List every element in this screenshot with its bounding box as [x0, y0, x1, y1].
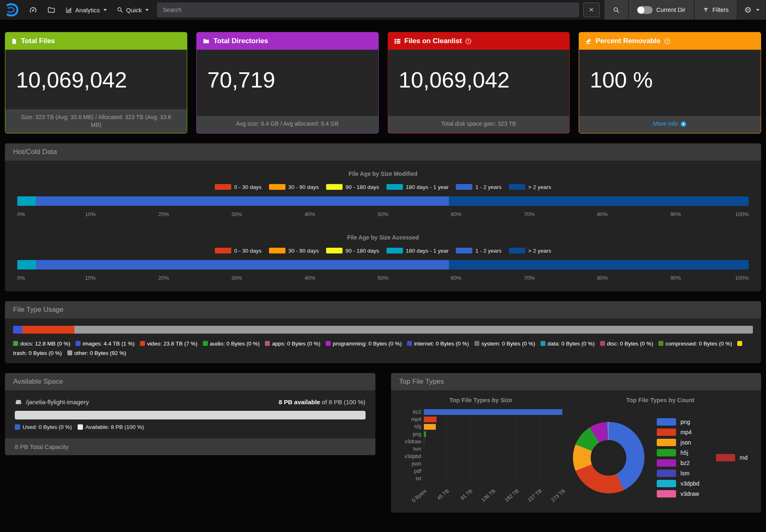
axis-tick-label: 0% [17, 211, 25, 217]
bar-row: lsm [424, 445, 566, 453]
legend-label: Used: 0 Bytes (0 %) [23, 424, 72, 430]
clear-search-button[interactable]: ✕ [583, 2, 600, 17]
legend-label: md [740, 454, 748, 461]
more-info-link[interactable]: More info [653, 120, 687, 128]
legend-swatch [456, 184, 472, 190]
navbar-right-group: ✕ Current Dir Filters ⚙ [583, 0, 766, 20]
usage-legend: docs: 12.8 MB (0 %)images: 4.4 TB (1 %)v… [13, 339, 753, 358]
axis-tick-label: 90% [670, 275, 681, 281]
file-icon [11, 38, 17, 45]
diskover-logo[interactable] [4, 2, 19, 17]
file-browser-folder-icon[interactable] [47, 6, 55, 14]
bar[interactable] [424, 409, 562, 415]
axis-tick-label: 30% [231, 275, 242, 281]
folder-icon [47, 6, 55, 14]
legend-item: internet: 0 Bytes (0 %) [407, 341, 469, 347]
volume-path-label: /janelia-flylight-imagery [26, 398, 89, 405]
search-input[interactable] [157, 2, 579, 17]
legend-swatch [203, 341, 208, 346]
legend-label: v3dpbd [681, 480, 699, 487]
quick-menu[interactable]: Quick [117, 7, 149, 14]
gear-icon: ⚙ [744, 6, 752, 14]
settings-menu[interactable]: ⚙ [737, 0, 766, 20]
legend-label: programming: 0 Bytes (0 %) [333, 341, 402, 347]
legend-swatch [67, 350, 72, 355]
navbar-left-group: Analytics Quick [4, 2, 157, 17]
analytics-menu-label: Analytics [75, 7, 100, 14]
bar[interactable] [424, 439, 424, 444]
legend-swatch [269, 248, 285, 253]
bar[interactable] [424, 431, 426, 437]
legend-swatch [737, 341, 742, 346]
card-title: Total Directories [214, 37, 268, 45]
panel-title: File Type Usage [5, 301, 761, 318]
bar[interactable] [424, 417, 437, 422]
legend-label: 0 - 30 days [234, 248, 262, 254]
stacked-bar[interactable] [17, 196, 749, 206]
bar-area [424, 438, 563, 445]
current-dir-toggle[interactable] [637, 6, 653, 14]
file-age-modified-chart: File Age by Size Modified 0 - 30 days30 … [17, 170, 749, 220]
usage-stacked-bar[interactable] [13, 326, 753, 334]
more-info-label: More info [653, 120, 678, 128]
bar-segment [449, 260, 749, 269]
legend-label: 1 - 2 years [475, 184, 501, 190]
legend-swatch [386, 248, 403, 253]
legend-swatch [474, 341, 479, 346]
current-dir-toggle-group[interactable]: Current Dir [628, 0, 694, 20]
card-value: 70,719 [197, 50, 378, 109]
legend-item: 30 - 90 days [269, 184, 319, 190]
chart-legend: 0 - 30 days30 - 90 days90 - 180 days180 … [17, 184, 749, 190]
search-submit-button[interactable] [604, 0, 628, 20]
legend-label: 90 - 180 days [345, 248, 379, 254]
y-axis-label: png [397, 431, 421, 437]
legend-label: system: 0 Bytes (0 %) [481, 341, 535, 347]
legend-label: mp4 [681, 429, 692, 435]
bar-area [424, 408, 563, 416]
bar-row: h5j [424, 423, 566, 431]
legend-item: 1 - 2 years [456, 184, 501, 190]
help-question-circle-icon[interactable]: ? [664, 38, 670, 44]
legend-label: video: 23.8 TB (7 %) [147, 341, 198, 347]
help-question-circle-icon[interactable]: ? [465, 38, 472, 44]
axis-tick-label: 90% [670, 211, 681, 217]
x-axis: 0 Bytes45 TB91 TB136 TB182 TB227 TB273 T… [424, 484, 563, 504]
legend-swatch [407, 341, 412, 346]
legend-swatch [215, 248, 231, 253]
available-space-body: /janelia-flylight-imagery 8 PB available… [5, 390, 375, 438]
axis-tick-label: 0% [17, 275, 25, 281]
y-axis-label: v3dpbd [397, 454, 421, 459]
card-header: Total Files [5, 32, 187, 50]
bar[interactable] [424, 424, 436, 430]
legend-item: v3dpbd [657, 480, 699, 487]
axis-tick-label: 10% [85, 211, 96, 217]
bar-segment [36, 196, 449, 206]
donut-legend-column-1: pngmp4jsonh5jbz2lsmv3dpbdv3draw [657, 418, 699, 497]
search-icon [117, 7, 123, 13]
bottom-row: Available Space /janelia-flylight-imager… [5, 373, 761, 513]
dashboard-gauge-icon[interactable] [29, 6, 37, 14]
stacked-bar[interactable] [17, 260, 749, 269]
filter-funnel-icon [703, 7, 709, 13]
legend-swatch [326, 184, 343, 190]
card-footer: More info [579, 116, 761, 133]
card-footer: Size: 323 TB (Avg: 33.6 MB) / Allocated:… [5, 109, 187, 133]
legend-swatch [657, 418, 676, 426]
usage-bar-segment [74, 326, 753, 334]
legend-label: 0 - 30 days [234, 184, 262, 190]
folder-icon [202, 38, 210, 44]
legend-item: md [716, 454, 748, 461]
donut-chart[interactable] [573, 422, 644, 493]
legend-swatch [15, 424, 20, 430]
legend-item: v3draw [657, 490, 699, 497]
file-age-accessed-chart: File Age by Size Accessed 0 - 30 days30 … [17, 234, 749, 284]
legend-label: Available: 8 PB (100 %) [85, 424, 144, 430]
legend-label: 30 - 90 days [288, 184, 319, 190]
legend-label: internet: 0 Bytes (0 %) [414, 341, 469, 347]
legend-label: images: 4.4 TB (1 %) [83, 341, 135, 347]
chevron-down-icon [756, 9, 759, 11]
analytics-menu[interactable]: Analytics [65, 7, 107, 14]
filters-button[interactable]: Filters [694, 0, 737, 20]
legend-swatch [657, 439, 676, 446]
svg-text:?: ? [467, 39, 469, 43]
